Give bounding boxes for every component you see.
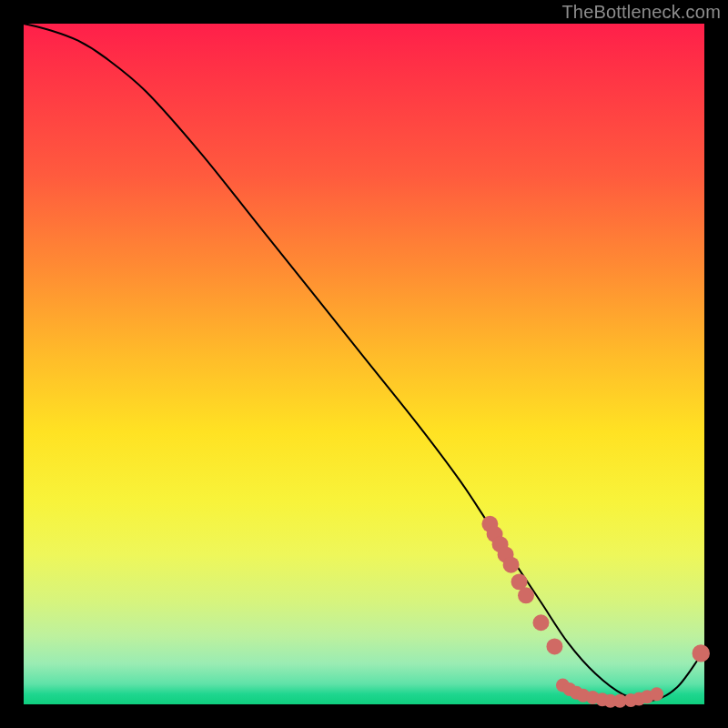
chart-svg xyxy=(24,24,704,704)
data-marker xyxy=(533,614,550,631)
data-markers-group xyxy=(481,516,710,708)
data-marker xyxy=(546,638,562,654)
chart-plot-area xyxy=(24,24,704,704)
data-marker xyxy=(503,557,520,573)
watermark-text: TheBottleneck.com xyxy=(561,2,721,23)
data-marker xyxy=(693,644,710,662)
chart-stage: TheBottleneck.com xyxy=(0,0,728,728)
data-marker xyxy=(518,587,534,603)
bottleneck-curve xyxy=(24,24,704,702)
data-marker xyxy=(650,687,663,701)
